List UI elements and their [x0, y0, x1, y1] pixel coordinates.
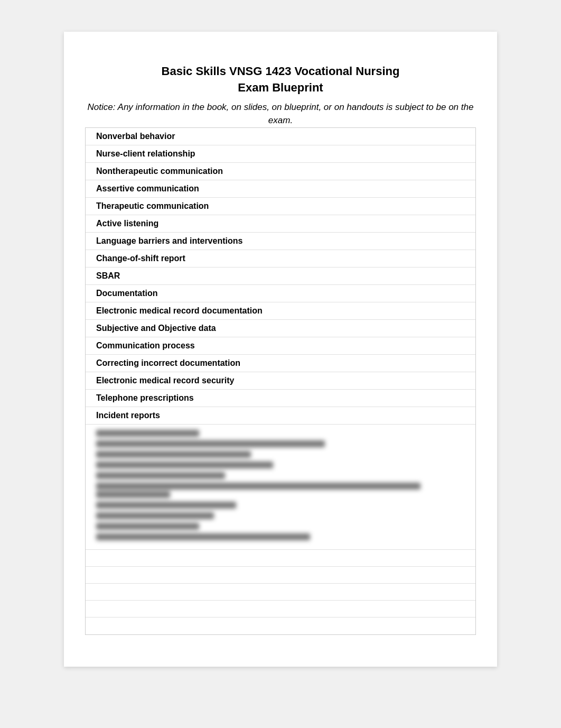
empty-row: [86, 601, 475, 618]
list-item: Subjective and Objective data: [86, 320, 475, 337]
empty-rows: [86, 549, 475, 634]
empty-row: [86, 550, 475, 567]
notice-content: Notice: Any information in the book, on …: [88, 102, 474, 126]
empty-row: [86, 584, 475, 601]
list-item: Telephone prescriptions: [86, 390, 475, 407]
empty-row: [86, 618, 475, 634]
page: Basic Skills VNSG 1423 Vocational Nursin…: [64, 32, 497, 667]
list-item: Documentation: [86, 285, 475, 302]
notice-text: Notice: Any information in the book, on …: [85, 100, 476, 127]
blurred-content: [86, 425, 475, 549]
list-item: Incident reports: [86, 407, 475, 425]
list-item: Assertive communication: [86, 180, 475, 198]
list-item: Electronic medical record security: [86, 372, 475, 390]
list-item: Electronic medical record documentation: [86, 302, 475, 320]
list-item: Correcting incorrect documentation: [86, 355, 475, 372]
list-item: SBAR: [86, 268, 475, 285]
empty-row: [86, 567, 475, 584]
title-line-2: Exam Blueprint: [238, 81, 323, 94]
list-item: Therapeutic communication: [86, 198, 475, 215]
list-item: Communication process: [86, 337, 475, 355]
list-item: Nonverbal behavior: [86, 128, 475, 145]
list-item: Nurse-client relationship: [86, 145, 475, 163]
content-box: Nonverbal behavior Nurse-client relation…: [85, 127, 476, 635]
page-title: Basic Skills VNSG 1423 Vocational Nursin…: [85, 63, 476, 96]
list-item: Language barriers and interventions: [86, 233, 475, 250]
list-item: Change-of-shift report: [86, 250, 475, 268]
list-item: Active listening: [86, 215, 475, 233]
title-line-1: Basic Skills VNSG 1423 Vocational Nursin…: [162, 64, 400, 78]
list-item: Nontherapeutic communication: [86, 163, 475, 180]
